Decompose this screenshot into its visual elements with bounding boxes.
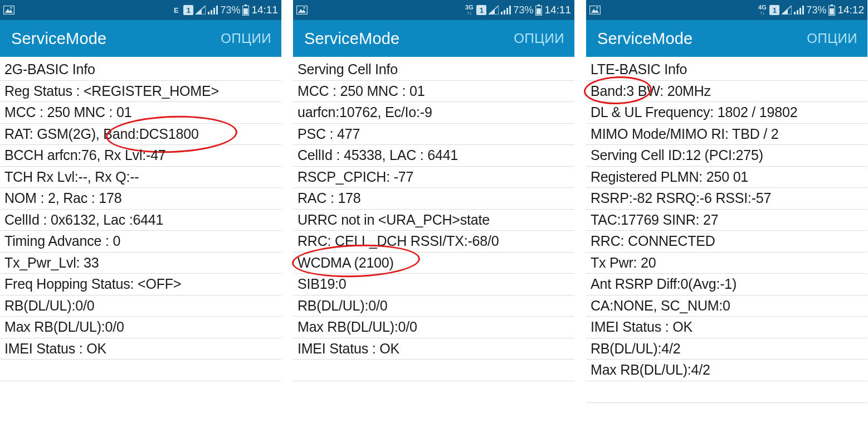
signal-sim2-icon [501, 6, 511, 14]
status-bar: 3G↑↓173%14:11 [293, 0, 574, 20]
svg-rect-7 [213, 8, 215, 14]
list-item: RB(DL/UL):4/2 [586, 338, 867, 360]
options-button[interactable]: ОПЦИИ [221, 31, 271, 46]
statusbar-left [589, 6, 601, 14]
list-item: RB(DL/UL):0/0 [0, 295, 281, 317]
clock: 14:11 [251, 4, 278, 16]
list-item: Timing Advance : 0 [0, 231, 281, 253]
list-item: Freq Hopping Status: <OFF> [0, 274, 281, 295]
statusbar-left [296, 6, 308, 14]
svg-rect-9 [245, 4, 247, 6]
statusbar-right: 3G↑↓173%14:11 [464, 4, 571, 16]
image-icon [3, 6, 14, 14]
list-item: RRC: CELL_DCH RSSI/TX:-68/0 [293, 231, 574, 253]
signal-sim1-icon [489, 6, 499, 14]
list-item [586, 381, 867, 403]
options-button[interactable]: ОПЦИИ [514, 31, 564, 46]
action-bar: ServiceModeОПЦИИ [0, 20, 281, 57]
list-item: Reg Status : <REGISTER_HOME> [0, 81, 281, 103]
list-item: MIMO Mode/MIMO RI: TBD / 2 [586, 124, 867, 146]
svg-rect-23 [537, 8, 541, 14]
signal-sim1-icon [782, 6, 792, 14]
info-list: Serving Cell InfoMCC : 250 MNC : 01uarfc… [293, 57, 574, 381]
status-bar: E173%14:11 [0, 0, 281, 20]
phone-screen: 3G↑↓173%14:11ServiceModeОПЦИИServing Cel… [293, 0, 574, 446]
screen-gap [281, 0, 293, 446]
action-bar: ServiceModeОПЦИИ [293, 20, 574, 57]
svg-marker-1 [5, 9, 13, 13]
list-item: CellId : 45338, LAC : 6441 [293, 145, 574, 167]
list-item: TAC:17769 SINR: 27 [586, 210, 867, 231]
statusbar-right: 4G↑↓173%14:12 [757, 4, 864, 16]
sim-badge: 1 [476, 5, 486, 15]
svg-rect-29 [794, 12, 796, 14]
svg-rect-35 [830, 8, 834, 14]
info-list: 2G-BASIC InfoReg Status : <REGISTER_HOME… [0, 57, 281, 381]
svg-rect-31 [799, 8, 801, 14]
svg-rect-24 [590, 6, 601, 14]
image-icon [589, 6, 601, 14]
battery-percent: 73% [806, 4, 826, 16]
list-item: URRC not in <URA_PCH>state [293, 210, 574, 231]
svg-rect-33 [831, 4, 833, 6]
battery-icon [828, 4, 835, 16]
list-item: RSCP_CPICH: -77 [293, 167, 574, 188]
list-item: WCDMA (2100) [293, 253, 574, 274]
svg-rect-20 [509, 6, 511, 14]
list-item: Tx Pwr: 20 [586, 253, 867, 274]
list-item: Ant RSRP Diff:0(Avg:-1) [586, 274, 867, 295]
sim-badge: 1 [769, 5, 779, 15]
signal-sim2-icon [794, 6, 804, 14]
list-item: Tx_Pwr_Lvl: 33 [0, 253, 281, 274]
battery-percent: 73% [513, 4, 533, 16]
list-item: RAT: GSM(2G), Band:DCS1800 [0, 124, 281, 146]
list-item [0, 360, 281, 381]
battery-icon [535, 4, 542, 16]
list-item: SIB19:0 [293, 274, 574, 295]
svg-rect-12 [297, 6, 308, 14]
list-item: uarfcn:10762, Ec/Io:-9 [293, 102, 574, 124]
clock: 14:11 [544, 4, 571, 16]
svg-rect-18 [504, 10, 505, 14]
svg-point-26 [596, 7, 598, 8]
list-item: Max RB(DL/UL):0/0 [0, 317, 281, 338]
list-item: Max RB(DL/UL):0/0 [293, 317, 574, 338]
app-title: ServiceMode [597, 30, 693, 48]
list-item: NOM : 2, Rac : 178 [0, 188, 281, 210]
info-list: LTE-BASIC InfoBand:3 BW: 20MHzDL & UL Fr… [586, 57, 867, 403]
svg-rect-5 [208, 12, 209, 14]
phone-screen: 4G↑↓173%14:12ServiceModeОПЦИИLTE-BASIC I… [586, 0, 867, 446]
list-item: Serving Cell Info [293, 59, 574, 81]
battery-percent: 73% [220, 4, 240, 16]
list-item: RB(DL/UL):0/0 [293, 295, 574, 317]
svg-marker-13 [298, 9, 306, 13]
screen-gap [574, 0, 586, 446]
image-icon [296, 6, 308, 14]
app-title: ServiceMode [11, 30, 106, 48]
list-item: 2G-BASIC Info [0, 59, 281, 81]
list-item: MCC : 250 MNC : 01 [293, 81, 574, 103]
list-item [293, 360, 574, 381]
list-item: RAC : 178 [293, 188, 574, 210]
list-item: DL & UL Frequency: 1802 / 19802 [586, 102, 867, 124]
sim-badge: 1 [183, 5, 193, 15]
svg-rect-0 [4, 6, 14, 14]
list-item: BCCH arfcn:76, Rx Lvl:-47 [0, 145, 281, 167]
list-item: Band:3 BW: 20MHz [586, 81, 867, 103]
options-button[interactable]: ОПЦИИ [807, 31, 857, 46]
list-item: IMEI Status : OK [0, 338, 281, 360]
list-item: RRC: CONNECTED [586, 231, 867, 253]
svg-rect-30 [797, 10, 798, 14]
action-bar: ServiceModeОПЦИИ [586, 20, 867, 57]
list-item: IMEI Status : OK [293, 338, 574, 360]
list-item: LTE-BASIC Info [586, 59, 867, 81]
svg-rect-8 [216, 6, 218, 14]
svg-point-2 [10, 7, 12, 8]
list-item: RSRP:-82 RSRQ:-6 RSSI:-57 [586, 188, 867, 210]
signal-sim1-icon [196, 6, 206, 14]
phone-screen: E173%14:11ServiceModeОПЦИИ2G-BASIC InfoR… [0, 0, 281, 446]
list-item: TCH Rx Lvl:--, Rx Q:-- [0, 167, 281, 188]
list-item: MCC : 250 MNC : 01 [0, 102, 281, 124]
svg-rect-21 [538, 4, 540, 6]
list-item: PSC : 477 [293, 124, 574, 146]
